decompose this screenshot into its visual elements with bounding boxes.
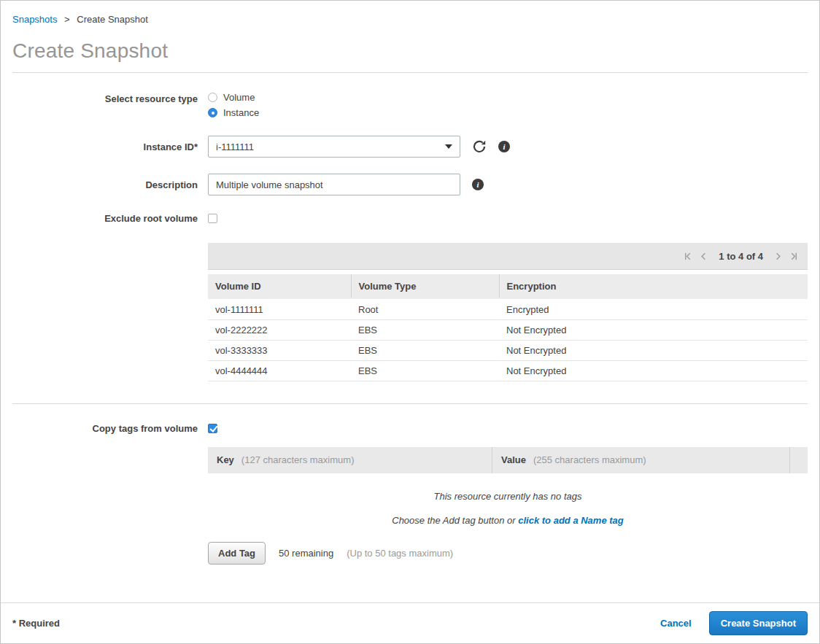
description-input[interactable] [208,174,460,195]
next-page-icon[interactable] [773,252,783,261]
radio-volume-label: Volume [223,92,255,103]
cell-encryption: Not Encrypted [499,360,808,381]
info-icon[interactable]: i [472,179,484,190]
cell-volume-type: EBS [351,319,499,340]
exclude-root-row: Exclude root volume [12,213,808,224]
resource-type-label: Select resource type [12,92,198,104]
add-tag-button[interactable]: Add Tag [208,542,266,565]
tags-actions-header-cell [790,447,808,473]
required-note: * Required [12,618,60,629]
cell-encryption: Not Encrypted [499,319,808,340]
tags-key-header-cell: Key (127 characters maximum) [208,447,492,473]
cell-encryption: Encrypted [499,299,808,319]
table-row: vol-4444444 EBS Not Encrypted [208,360,808,381]
info-icon[interactable]: i [498,141,510,152]
cell-volume-type: EBS [351,360,499,381]
pagination-text: 1 to 4 of 4 [719,251,763,262]
copy-tags-checkbox[interactable] [208,424,217,433]
description-label: Description [12,179,198,190]
cell-volume-type: Root [351,299,499,319]
tags-cta-prefix: Choose the Add tag button or [392,515,515,526]
footer-actions: Cancel Create Snapshot [660,611,808,635]
tags-remaining-count: 50 remaining [279,548,333,559]
exclude-root-label: Exclude root volume [12,213,198,224]
refresh-icon[interactable] [472,139,487,154]
add-tag-row: Add Tag 50 remaining (Up to 50 tags maxi… [208,542,808,565]
section-divider [12,403,808,404]
instance-id-select[interactable]: i-1111111 [208,136,460,158]
volumes-table-header-row: Volume ID Volume Type Encryption [208,274,808,299]
col-header-volume-type: Volume Type [351,274,499,299]
tags-key-hint: (127 characters maximum) [241,454,355,465]
radio-option-volume[interactable]: Volume [208,92,259,103]
cell-volume-type: EBS [351,340,499,360]
create-snapshot-button[interactable]: Create Snapshot [709,611,808,635]
instance-id-selected-value: i-1111111 [216,141,254,152]
page-title: Create Snapshot [12,39,808,63]
tags-key-label: Key [217,454,234,465]
breadcrumb-snapshots-link[interactable]: Snapshots [12,14,57,25]
table-row: vol-1111111 Root Encrypted [208,299,808,319]
breadcrumb-separator: > [64,14,70,25]
cancel-button[interactable]: Cancel [660,618,692,629]
prev-page-icon[interactable] [699,252,708,261]
table-row: vol-3333333 EBS Not Encrypted [208,340,808,360]
radio-instance[interactable] [208,108,217,117]
page-footer: * Required Cancel Create Snapshot [1,602,819,643]
page-content: Snapshots > Create Snapshot Create Snaps… [1,1,819,602]
last-page-icon[interactable] [789,252,799,261]
exclude-root-checkbox[interactable] [208,214,217,223]
first-page-icon[interactable] [683,252,692,261]
copy-tags-label: Copy tags from volume [12,423,198,434]
tags-section: Key (127 characters maximum) Value (255 … [208,447,808,565]
col-header-encryption: Encryption [499,274,808,299]
cell-volume-id: vol-4444444 [208,360,351,381]
create-snapshot-page: Snapshots > Create Snapshot Create Snaps… [0,0,820,644]
tags-value-hint: (255 characters maximum) [533,454,646,465]
tags-value-label: Value [501,454,526,465]
instance-id-label: Instance ID* [12,141,198,152]
radio-option-instance[interactable]: Instance [208,107,259,118]
add-name-tag-link[interactable]: click to add a Name tag [518,515,624,526]
radio-instance-label: Instance [223,107,259,118]
cell-volume-id: vol-3333333 [208,340,351,360]
volumes-table: 1 to 4 of 4 Volume ID Volume Type Encryp… [208,243,808,381]
breadcrumb: Snapshots > Create Snapshot [12,1,808,25]
resource-type-row: Select resource type Volume Instance [12,92,808,118]
tags-empty-message: This resource currently has no tags [208,491,808,502]
cell-volume-id: vol-1111111 [208,299,351,319]
volumes-table-pagination: 1 to 4 of 4 [208,243,808,270]
tags-cta: Choose the Add tag button or click to ad… [208,515,808,526]
cell-volume-id: vol-2222222 [208,319,351,340]
title-divider [12,72,808,73]
tags-max-hint: (Up to 50 tags maximum) [347,548,453,559]
col-header-volume-id: Volume ID [208,274,351,299]
instance-id-row: Instance ID* i-1111111 i [12,136,808,158]
table-row: vol-2222222 EBS Not Encrypted [208,319,808,340]
tags-table-header: Key (127 characters maximum) Value (255 … [208,447,808,473]
breadcrumb-current: Create Snapshot [77,14,148,25]
description-row: Description i [12,174,808,195]
copy-tags-row: Copy tags from volume [12,423,808,434]
tags-value-header-cell: Value (255 characters maximum) [492,447,790,473]
radio-volume[interactable] [208,93,217,102]
cell-encryption: Not Encrypted [499,340,808,360]
chevron-down-icon [445,144,452,149]
